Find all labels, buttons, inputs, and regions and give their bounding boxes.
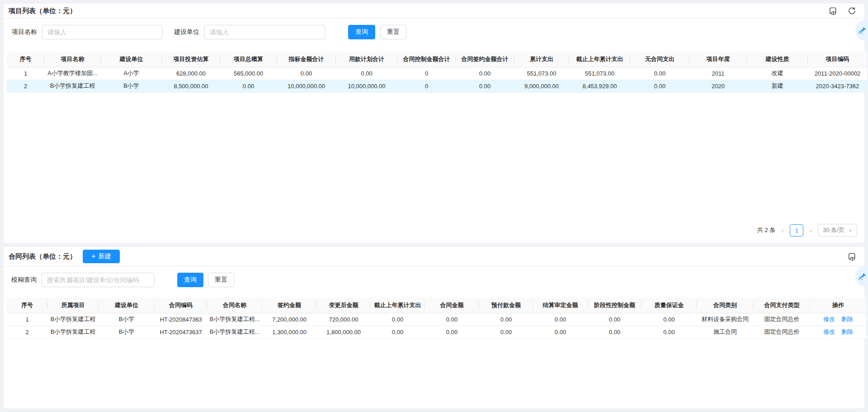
- table-cell: 628,000.00: [162, 67, 220, 80]
- column-header: 合同类别: [697, 298, 754, 313]
- contract-reset-button[interactable]: 重置: [208, 273, 234, 287]
- table-cell: 0.00: [425, 326, 479, 338]
- table-cell: 720,000.00: [316, 313, 371, 326]
- preview-icon[interactable]: [847, 252, 856, 261]
- column-header: 合同控制金额合计: [397, 52, 456, 67]
- table-cell: 0.00: [479, 313, 533, 326]
- table-cell: 0.00: [479, 326, 533, 338]
- table-cell: 2020: [689, 80, 747, 92]
- column-header: 项目总概算: [220, 52, 277, 67]
- table-cell: 1,800,000.00: [316, 326, 371, 338]
- table-row[interactable]: 2B小学拆复建工程B小学HT-2020473637B小学拆复建工程...1,30…: [7, 326, 866, 338]
- contract-header-icons: [847, 252, 856, 261]
- table-cell: B小学: [101, 80, 162, 92]
- project-name-input[interactable]: [42, 25, 163, 39]
- chevron-down-icon: ∨: [849, 228, 852, 233]
- column-header: 合同签约金额合计: [456, 52, 514, 67]
- edit-link[interactable]: 修改: [823, 328, 835, 335]
- project-panel-title: 项目列表（单位：元）: [9, 7, 76, 15]
- table-cell: HT-2020473637: [155, 326, 207, 338]
- project-pagination: 共 2 条 ‹ 1 › 30 条/页 ∨: [757, 224, 857, 237]
- column-header: 建设性质: [747, 52, 808, 67]
- column-header: 签约金额: [262, 298, 316, 313]
- column-header: 用款计划合计: [336, 52, 397, 67]
- column-header: 指标金额合计: [277, 52, 336, 67]
- table-cell: 新建: [747, 80, 808, 92]
- table-cell: 551,073.00: [514, 67, 569, 80]
- table-row[interactable]: 1B小学拆复建工程B小学HT-2020847363B小学拆复建工程...7,20…: [7, 313, 866, 326]
- table-cell: B小学拆复建工程...: [207, 326, 262, 338]
- table-row[interactable]: 1A小学教学楼加固...A小学628,000.00565,000.000.000…: [7, 67, 867, 80]
- column-header: 项目年度: [689, 52, 747, 67]
- delete-link[interactable]: 删除: [841, 328, 853, 335]
- table-cell: 0.00: [588, 326, 642, 338]
- table-cell: B小学拆复建工程: [44, 80, 101, 92]
- table-cell: 施工合同: [697, 326, 754, 338]
- table-cell: 1,300,000.00: [262, 326, 316, 338]
- table-cell: 0.00: [456, 80, 514, 92]
- plus-icon: +: [91, 253, 95, 260]
- edit-link[interactable]: 修改: [823, 316, 835, 322]
- pagination-total: 共 2 条: [757, 226, 775, 234]
- project-query-button[interactable]: 查询: [348, 25, 375, 39]
- contract-panel-header: 合同列表（单位：元） + 新建: [4, 247, 864, 266]
- table-cell: B小学: [99, 326, 155, 338]
- header-row: 序号项目名称建设单位项目投资估算项目总概算指标金额合计用款计划合计合同控制金额合…: [7, 52, 867, 67]
- column-header: 建设单位: [99, 298, 155, 313]
- pin-icon: [858, 26, 867, 35]
- table-cell: 9,000,000.00: [514, 80, 569, 92]
- contract-table: 序号所属项目建设单位合同编码合同名称签约金额变更后金额截止上年累计支出合同金额预…: [7, 298, 866, 339]
- table-cell: A小学教学楼加固...: [44, 67, 101, 80]
- page-size-select[interactable]: 30 条/页 ∨: [818, 224, 857, 237]
- table-cell: 8,500,000.00: [162, 80, 220, 92]
- column-header: 所属项目: [47, 298, 99, 313]
- contract-search-form: 模糊查询 查询 重置: [11, 273, 234, 287]
- project-search-form: 项目名称 建设单位 查询 重置: [12, 25, 406, 39]
- page-size-value: 30 条/页: [823, 226, 844, 234]
- table-row[interactable]: 2B小学拆复建工程B小学8,500,000.000.0010,000,000.0…: [7, 80, 867, 92]
- build-org-label: 建设单位: [174, 28, 199, 36]
- table-cell: 改建: [747, 67, 808, 80]
- refresh-icon[interactable]: [847, 6, 856, 15]
- next-page-icon[interactable]: ›: [807, 227, 814, 234]
- column-header: 序号: [7, 298, 47, 313]
- table-cell: 0.00: [630, 67, 689, 80]
- fuzzy-search-label: 模糊查询: [11, 276, 37, 284]
- new-contract-label: 新建: [99, 252, 111, 260]
- page-number-button[interactable]: 1: [790, 224, 803, 237]
- column-header: 合同金额: [425, 298, 479, 313]
- build-org-input[interactable]: [204, 25, 325, 39]
- table-cell: 2020-3423-7362: [808, 80, 867, 92]
- table-cell: 0.00: [277, 67, 336, 80]
- column-header: 结算审定金额: [533, 298, 588, 313]
- table-cell: 0.00: [425, 313, 479, 326]
- contract-list-panel: 合同列表（单位：元） + 新建 模糊查询 查询 重置 序号所属项目建设单位合同编…: [4, 247, 864, 408]
- column-header: 项目投资估算: [162, 52, 220, 67]
- row-actions: 修改删除: [810, 313, 866, 326]
- table-cell: B小学拆复建工程: [47, 326, 99, 338]
- column-header: 阶段性控制金额: [588, 298, 642, 313]
- column-header: 项目编码: [808, 52, 867, 67]
- column-header: 变更后金额: [316, 298, 371, 313]
- column-header: 累计支出: [514, 52, 569, 67]
- table-cell: 0.00: [642, 313, 697, 326]
- project-reset-button[interactable]: 重置: [380, 25, 406, 39]
- table-cell: 0.00: [533, 326, 588, 338]
- column-header: 序号: [7, 52, 44, 67]
- table-cell: 2: [7, 326, 47, 338]
- table-cell: 0.00: [533, 313, 588, 326]
- contract-panel-title: 合同列表（单位：元）: [9, 252, 76, 261]
- table-cell: 8,453,929.00: [569, 80, 630, 92]
- prev-page-icon[interactable]: ‹: [779, 227, 786, 234]
- new-contract-button[interactable]: + 新建: [83, 250, 120, 263]
- table-cell: 材料设备采购合同: [697, 313, 754, 326]
- table-cell: 0: [397, 67, 456, 80]
- column-header: 合同编码: [155, 298, 207, 313]
- table-cell: 0.00: [371, 313, 425, 326]
- column-header: 合同支付类型: [754, 298, 810, 313]
- fuzzy-search-input[interactable]: [42, 273, 155, 287]
- contract-query-button[interactable]: 查询: [177, 273, 203, 287]
- delete-link[interactable]: 删除: [841, 316, 853, 322]
- preview-icon[interactable]: [828, 6, 837, 15]
- table-cell: 2011: [689, 67, 747, 80]
